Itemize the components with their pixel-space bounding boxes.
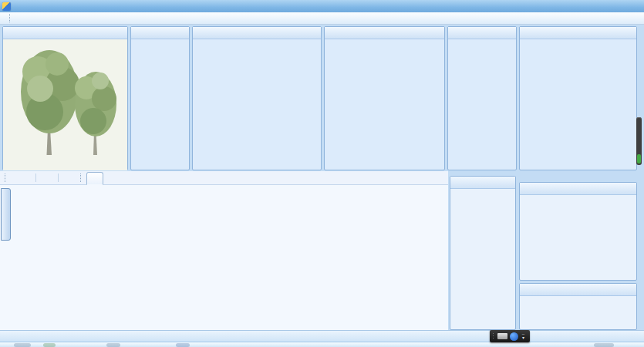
menu-bar [0, 12, 644, 25]
rain-scale-gauge [448, 39, 516, 170]
panel-pressure-header [325, 27, 444, 39]
panel-wind [519, 26, 637, 170]
thermometer-gauge [131, 39, 189, 170]
pressure-gauge [325, 39, 444, 170]
visibility-image [3, 39, 127, 170]
collapsed-side-tab[interactable] [1, 188, 11, 241]
comm-status-led-icon [568, 302, 577, 311]
chevron-down-icon[interactable]: –▾ [521, 332, 526, 340]
app-window: –▾ [0, 0, 644, 347]
panel-temperature-header [131, 27, 189, 39]
panel-weather-phenomena [450, 176, 516, 330]
sensor-row [520, 198, 636, 213]
panel-road-sensors [519, 182, 637, 281]
toolbar-grip [5, 174, 8, 182]
tree-large [21, 50, 79, 155]
panel-humidity [192, 26, 322, 170]
window-titlebar[interactable] [0, 0, 644, 13]
taskbar-icon-blob [43, 343, 56, 347]
humidity-gauge [193, 39, 321, 170]
panel-status-header [520, 284, 636, 296]
trees-image [3, 39, 127, 170]
panel-rain [447, 26, 517, 170]
chart-toolbar [0, 171, 448, 184]
weather-panel-body [450, 189, 515, 330]
panel-weather-header [450, 177, 515, 189]
panel-temperature [130, 26, 190, 170]
panel-rain-header [448, 27, 516, 39]
status-row [520, 298, 636, 315]
tree-small [75, 72, 116, 155]
toolbar-grip [80, 174, 83, 182]
taskbar-icon-blob [14, 343, 31, 347]
panel-road-header [520, 183, 636, 195]
wind-gauge [520, 39, 636, 170]
device-status-led-icon [568, 318, 577, 328]
panel-visibility [2, 26, 128, 170]
panel-visibility-header [3, 27, 127, 39]
tab-export-image[interactable] [86, 172, 103, 185]
floating-tray-toolbar: –▾ [490, 330, 530, 342]
right-edge-slider[interactable] [636, 117, 642, 165]
toolbar-separator [58, 174, 59, 182]
panel-pressure [324, 26, 445, 170]
help-icon[interactable] [510, 332, 518, 341]
toolbar-separator [35, 174, 36, 182]
sensor-row [520, 257, 636, 271]
taskbar-icon-blob [106, 343, 120, 347]
folder-icon[interactable] [497, 333, 507, 339]
sensor-row [520, 242, 636, 257]
taskbar-icon-blob [176, 343, 190, 347]
app-icon [2, 2, 11, 11]
chart-plot[interactable] [0, 185, 448, 331]
visibility-chart [0, 184, 448, 330]
menu-grip [9, 14, 12, 22]
status-row [520, 315, 636, 332]
panel-status [519, 283, 637, 330]
taskbar-edge [0, 342, 644, 347]
taskbar-icon-blob [594, 343, 614, 347]
panel-humidity-header [193, 27, 321, 39]
slider-fill [637, 154, 641, 163]
tray-grip[interactable] [492, 332, 495, 340]
sensor-row [520, 227, 636, 242]
status-bar [0, 330, 644, 342]
panel-wind-header [520, 27, 636, 39]
sensor-row [520, 213, 636, 227]
